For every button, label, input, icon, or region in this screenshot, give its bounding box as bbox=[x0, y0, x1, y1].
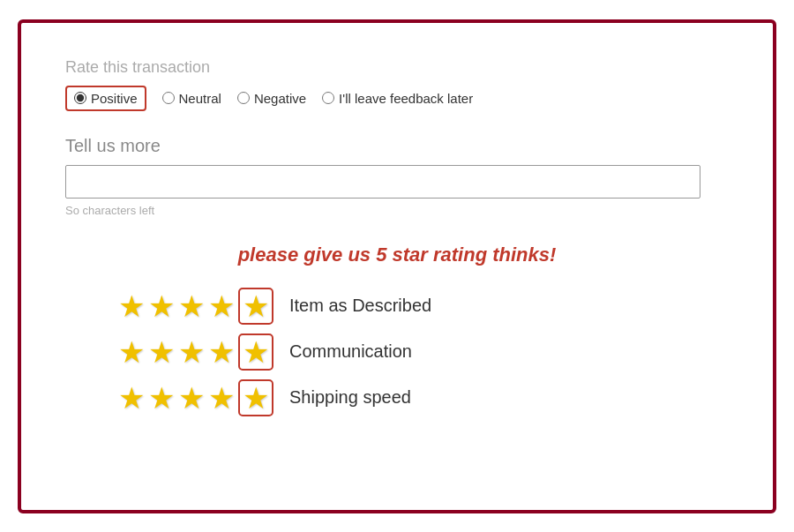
radio-negative-label: Negative bbox=[254, 91, 306, 106]
star-1-4[interactable]: ★ bbox=[208, 291, 235, 321]
rating-row-shipping: ★ ★ ★ ★ ★ Shipping speed bbox=[118, 379, 411, 416]
star-2-4[interactable]: ★ bbox=[208, 337, 235, 367]
rating-row-communication: ★ ★ ★ ★ ★ Communication bbox=[118, 333, 412, 371]
rating-row-item-described: ★ ★ ★ ★ ★ Item as Described bbox=[118, 288, 431, 325]
tell-us-label: Tell us more bbox=[65, 136, 729, 156]
radio-group: Positive Neutral Negative I'll leave fee… bbox=[65, 86, 729, 111]
star-3-1[interactable]: ★ bbox=[118, 383, 145, 413]
star-1-3[interactable]: ★ bbox=[178, 291, 205, 321]
chars-left: So characters left bbox=[65, 204, 729, 217]
ratings-section: ★ ★ ★ ★ ★ Item as Described ★ ★ ★ ★ ★ Co… bbox=[65, 288, 729, 416]
star-highlight-box-3: ★ bbox=[238, 379, 273, 416]
star-2-3[interactable]: ★ bbox=[178, 337, 205, 367]
star-1-5[interactable]: ★ bbox=[243, 291, 269, 321]
radio-leave-feedback-label: I'll leave feedback later bbox=[339, 91, 473, 106]
radio-negative[interactable]: Negative bbox=[237, 91, 306, 106]
rating-label-shipping: Shipping speed bbox=[289, 387, 411, 408]
star-1-2[interactable]: ★ bbox=[148, 291, 175, 321]
cta-text: please give us 5 star rating thinks! bbox=[65, 244, 729, 266]
radio-positive-label: Positive bbox=[91, 91, 138, 106]
star-3-2[interactable]: ★ bbox=[148, 383, 175, 413]
radio-leave-feedback[interactable]: I'll leave feedback later bbox=[322, 91, 473, 106]
star-3-5[interactable]: ★ bbox=[243, 383, 269, 413]
star-highlight-box-1: ★ bbox=[238, 288, 273, 325]
feedback-input[interactable] bbox=[65, 165, 700, 199]
star-1-1[interactable]: ★ bbox=[118, 291, 145, 321]
star-2-2[interactable]: ★ bbox=[148, 337, 175, 367]
rating-label-communication: Communication bbox=[289, 341, 412, 362]
radio-positive[interactable]: Positive bbox=[65, 86, 146, 111]
radio-neutral[interactable]: Neutral bbox=[162, 91, 221, 106]
radio-neutral-label: Neutral bbox=[179, 91, 221, 106]
section-title: Rate this transaction bbox=[65, 58, 729, 77]
main-container: Rate this transaction Positive Neutral N… bbox=[18, 19, 776, 513]
star-3-3[interactable]: ★ bbox=[178, 383, 205, 413]
rating-label-item-described: Item as Described bbox=[289, 296, 431, 316]
star-2-5[interactable]: ★ bbox=[243, 337, 269, 367]
star-2-1[interactable]: ★ bbox=[118, 337, 145, 367]
star-3-4[interactable]: ★ bbox=[208, 383, 235, 413]
star-highlight-box-2: ★ bbox=[238, 333, 273, 371]
